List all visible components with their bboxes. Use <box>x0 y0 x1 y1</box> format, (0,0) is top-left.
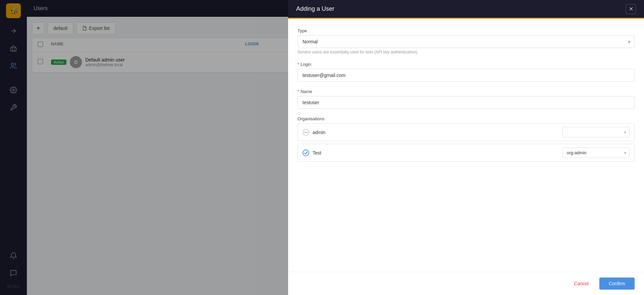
confirm-button[interactable]: Confirm <box>599 278 635 290</box>
org-admin-remove-icon[interactable] <box>303 129 309 136</box>
type-select[interactable]: Normal Service <box>297 35 635 48</box>
org-admin-role-wrapper: org-admin analyst read-only <box>562 127 630 137</box>
organisations-group: Organisations admin org-admin analyst re… <box>297 116 635 162</box>
org-test-role-select[interactable]: org-admin analyst read-only <box>562 148 630 158</box>
org-row-test-left: Test <box>303 150 558 156</box>
org-test-name: Test <box>313 150 321 156</box>
name-input[interactable] <box>297 96 635 109</box>
org-row-test: Test org-admin analyst read-only <box>297 144 635 162</box>
login-label: * Login <box>297 62 635 67</box>
org-test-role-wrapper: org-admin analyst read-only <box>562 148 630 158</box>
modal-header: Adding a User ✕ <box>288 0 644 19</box>
cancel-button[interactable]: Cancel <box>567 278 595 290</box>
name-required-star: * <box>297 89 299 94</box>
login-group: * Login <box>297 62 635 82</box>
login-required-star: * <box>297 62 299 67</box>
modal-title: Adding a User <box>296 5 334 12</box>
modal-close-button[interactable]: ✕ <box>626 4 636 14</box>
org-admin-role-select[interactable]: org-admin analyst read-only <box>562 127 630 137</box>
login-input[interactable] <box>297 69 635 82</box>
org-row-admin-left: admin <box>303 129 558 136</box>
add-user-modal: Adding a User ✕ Type Normal Service Serv… <box>288 0 644 295</box>
type-group: Type Normal Service Service users are es… <box>297 28 635 54</box>
organisations-label: Organisations <box>297 116 635 121</box>
name-group: * Name <box>297 89 635 109</box>
org-admin-name: admin <box>313 130 325 135</box>
modal-footer: Cancel Confirm <box>288 272 644 295</box>
name-label: * Name <box>297 89 635 94</box>
modal-body: Type Normal Service Service users are es… <box>288 19 644 272</box>
org-row-admin: admin org-admin analyst read-only <box>297 123 635 141</box>
type-select-wrapper: Normal Service <box>297 35 635 48</box>
type-label: Type <box>297 28 635 33</box>
type-helper-text: Service users are essentially used for b… <box>297 50 635 54</box>
org-test-check-icon[interactable] <box>303 150 309 156</box>
